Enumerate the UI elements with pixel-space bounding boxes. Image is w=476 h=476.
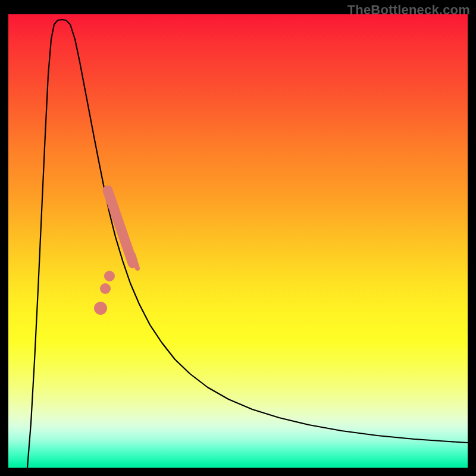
chart-svg: [8, 14, 468, 468]
bottleneck-curve: [27, 20, 468, 468]
plot-area: [8, 14, 468, 468]
highlight-dot: [94, 302, 107, 315]
chart-container: TheBottleneck.com: [0, 0, 476, 476]
highlight-dot: [104, 271, 115, 281]
highlight-dot: [100, 283, 111, 294]
